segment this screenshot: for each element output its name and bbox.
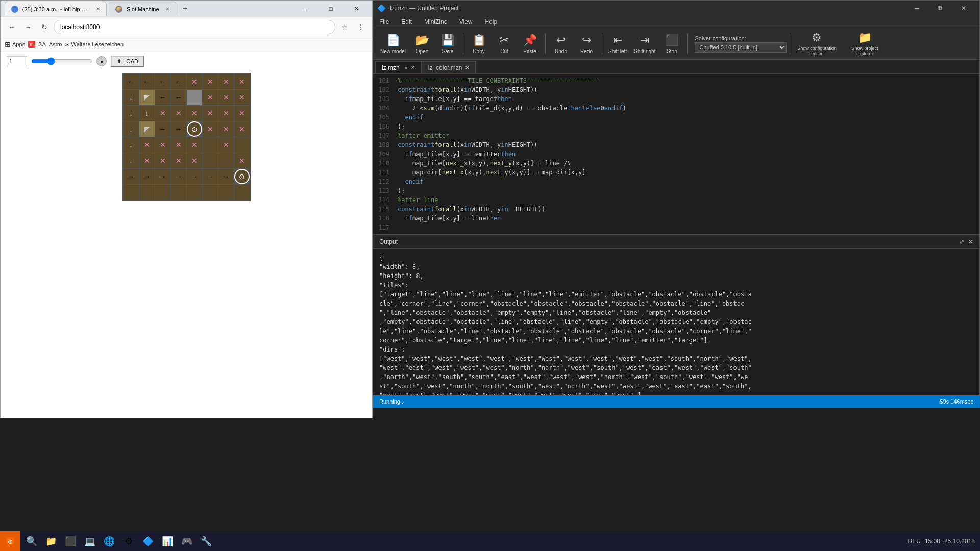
open-button[interactable]: 📂 Open	[410, 30, 434, 58]
taskbar-app10-icon[interactable]: 🔧	[197, 532, 215, 550]
forward-button[interactable]: →	[21, 20, 35, 34]
ide-tab-lz-close[interactable]: ✕	[411, 65, 415, 70]
stop-icon: ⬛	[665, 34, 679, 47]
bookmark-more[interactable]: »	[65, 41, 68, 47]
browser-close-button[interactable]: ✕	[345, 4, 368, 14]
shift-left-button[interactable]: ⇤ Shift left	[605, 30, 630, 58]
output-tiles-3: ","line","obstacle","obstacle","empty","…	[379, 308, 973, 317]
taskbar-search-icon[interactable]: 🔍	[22, 532, 41, 550]
bookmark-weitere[interactable]: Weitere Lesezeichen	[71, 41, 124, 47]
bookmark-m[interactable]: m	[28, 41, 35, 48]
cell-6-4: →	[187, 169, 202, 184]
show-project-button[interactable]: 📁 Show project explorer	[841, 30, 888, 58]
ide-tab-lz-color-close[interactable]: ✕	[465, 65, 469, 70]
show-config-label: Show configuration editor	[796, 46, 837, 56]
ide-tab-lz-color[interactable]: lz_color.mzn ✕	[422, 61, 476, 73]
cell-6-5: →	[203, 169, 218, 184]
menu-edit[interactable]: Edit	[399, 17, 414, 27]
new-tab-button[interactable]: +	[178, 2, 192, 16]
cell-0-0: ←	[124, 74, 139, 89]
code-line-103: %------------------TILE CONSTRAINTS-----…	[398, 76, 975, 85]
taskbar-settings-icon[interactable]: ⚙	[119, 532, 138, 550]
load-button[interactable]: ⬆ LOAD	[111, 56, 144, 67]
toolbar-sep-5	[790, 34, 790, 54]
tab-slot-close[interactable]: ✕	[165, 6, 169, 12]
bookmark-astro[interactable]: Astro	[49, 41, 62, 47]
start-button[interactable]: ⊕	[0, 531, 20, 552]
tab-slot-machine[interactable]: 🎰 Slot Machine ✕	[109, 2, 176, 16]
menu-help[interactable]: Help	[483, 17, 500, 27]
output-expand-icon[interactable]: ⤢	[959, 238, 964, 245]
code-area[interactable]: %------------------TILE CONSTRAINTS-----…	[394, 74, 979, 234]
browser-maximize-button[interactable]: □	[319, 4, 342, 14]
code-line-106: 2 < sum(d in dir)( if tile_d(x,y,d) == o…	[398, 104, 975, 113]
redo-icon: ↪	[582, 34, 591, 47]
paste-button[interactable]: 📌 Paste	[518, 30, 542, 58]
taskbar-app9-icon[interactable]: 🎮	[178, 532, 196, 550]
more-button[interactable]: ⋮	[354, 20, 368, 34]
tab-lofi-close[interactable]: ✕	[96, 6, 100, 12]
browser-minimize-button[interactable]: ─	[293, 4, 317, 14]
code-line-121: constraint forall(x in WIDTH, y in HEIGH…	[398, 205, 975, 214]
stop-button[interactable]: ⬛ Stop	[659, 30, 684, 58]
taskbar-vscode-icon[interactable]: 💻	[81, 532, 99, 550]
bookmark-apps[interactable]: ⊞ Apps	[5, 40, 25, 48]
ide-minimize-button[interactable]: ─	[905, 1, 928, 16]
taskbar-files-icon[interactable]: 📁	[42, 532, 60, 550]
undo-button[interactable]: ↩ Undo	[549, 30, 573, 58]
tab-lofi[interactable]: 🎵 (25) 3:30 a.m. ~ lofi hip hop ✕	[5, 2, 107, 16]
redo-button[interactable]: ↪ Redo	[574, 30, 599, 58]
menu-view[interactable]: View	[457, 17, 475, 27]
output-close-icon[interactable]: ✕	[968, 238, 973, 245]
ide-tab-lz-mzn[interactable]: lz.mzn ● ✕	[375, 61, 422, 73]
toolbar-sep-3	[602, 34, 602, 54]
cell-0-5: ✕	[203, 74, 218, 89]
ide-close-button[interactable]: ✕	[952, 1, 975, 16]
output-status-bar: Running... 59s 146msec	[373, 395, 979, 408]
copy-button[interactable]: 📋 Copy	[467, 30, 491, 58]
taskbar-terminal-icon[interactable]: ⬛	[61, 532, 80, 550]
running-status: Running...	[379, 398, 405, 405]
cell-0-6: ✕	[218, 74, 234, 89]
new-model-button[interactable]: 📄 New model	[377, 30, 409, 58]
tab-favicon-slot: 🎰	[115, 6, 122, 13]
back-button[interactable]: ←	[5, 20, 19, 34]
cell-7-5	[203, 185, 218, 200]
output-panel: Output ⤢ ✕ { "width": 8, "height": 8, "t…	[373, 234, 979, 408]
output-height: "height": 8,	[379, 271, 973, 281]
solver-select[interactable]: Chuffed 0.10.0 [built-in]	[695, 42, 787, 53]
output-width: "width": 8,	[379, 262, 973, 271]
show-config-icon: ⚙	[812, 31, 822, 44]
menu-file[interactable]: File	[377, 17, 391, 27]
bookmark-sa[interactable]: SA	[38, 41, 46, 47]
bookmark-apps-label: Apps	[12, 41, 25, 47]
cell-1-4	[187, 90, 202, 105]
cell-6-2: →	[155, 169, 170, 184]
cell-1-5: ✕	[203, 90, 218, 105]
refresh-button[interactable]: ↻	[37, 20, 52, 34]
show-config-button[interactable]: ⚙ Show configuration editor	[793, 30, 840, 58]
cell-2-1: ↓	[139, 106, 155, 121]
ide-restore-button[interactable]: ⧉	[928, 1, 952, 16]
taskbar-chrome-icon[interactable]: 🌐	[100, 532, 118, 550]
save-button[interactable]: 💾 Save	[435, 30, 460, 58]
output-tiles-label: "tiles":	[379, 281, 973, 290]
cell-6-7: ⊙	[234, 169, 250, 184]
cell-3-0: ↓	[124, 121, 139, 137]
code-line-120: %after line	[398, 195, 975, 205]
toolbar-sep-1	[463, 34, 463, 54]
bookmark-button[interactable]: ☆	[337, 20, 352, 34]
color-picker[interactable]: ●	[96, 56, 107, 66]
zoom-slider[interactable]	[31, 57, 92, 65]
address-bar[interactable]: localhost:8080	[54, 20, 335, 34]
taskbar-app8-icon[interactable]: 📊	[158, 532, 177, 550]
shift-right-button[interactable]: ⇥ Shift right	[631, 30, 658, 58]
menu-minizinc[interactable]: MiniZinc	[422, 17, 449, 27]
cell-6-6: →	[218, 169, 234, 184]
page-number-input[interactable]	[7, 56, 27, 66]
taskbar-minizinc-icon[interactable]: 🔷	[139, 532, 157, 550]
taskbar: ⊕ 🔍 📁 ⬛ 💻 🌐 ⚙ 🔷 📊 🎮 🔧 DEU 15:00 25.10.20…	[0, 531, 980, 551]
taskbar-icons: 🔍 📁 ⬛ 💻 🌐 ⚙ 🔷 📊 🎮 🔧	[20, 532, 217, 550]
cut-button[interactable]: ✂ Cut	[492, 30, 517, 58]
show-project-label: Show project explorer	[844, 46, 885, 56]
